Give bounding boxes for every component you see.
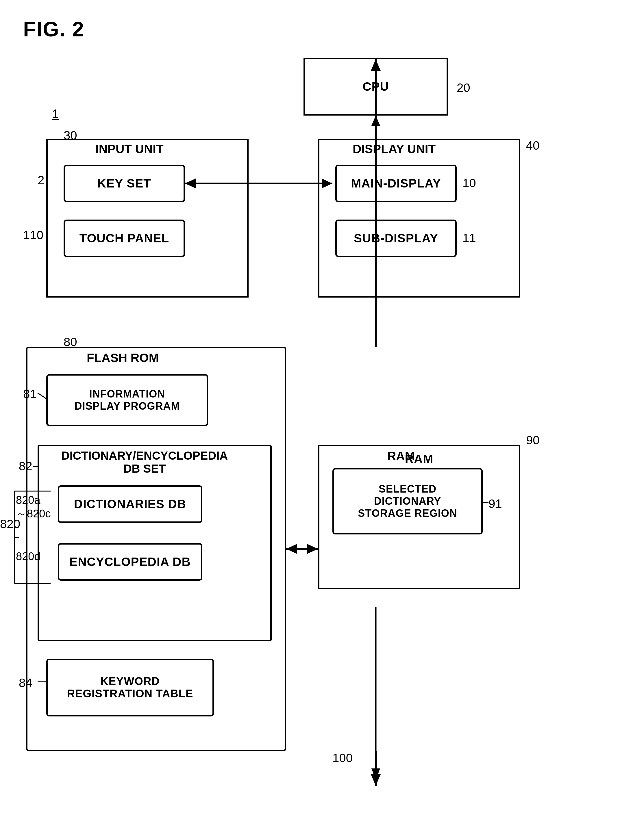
- infodisplay-box: INFORMATIONDISPLAY PROGRAM: [46, 374, 208, 426]
- keyword-box: KEYWORDREGISTRATION TABLE: [46, 659, 214, 717]
- cpu-box: CPU: [303, 58, 448, 115]
- svg-marker-26: [307, 544, 318, 554]
- svg-marker-8: [372, 768, 380, 780]
- keyset-label: KEY SET: [98, 176, 151, 190]
- subdisplay-box: SUB-DISPLAY: [335, 219, 457, 257]
- label-device-id: 1: [52, 107, 59, 121]
- keyset-box: KEY SET: [64, 165, 185, 202]
- label-820a: 820a～820c: [16, 494, 51, 521]
- encdb-box: ENCYCLOPEDIA DB: [58, 543, 202, 581]
- touchpanel-label: TOUCH PANEL: [80, 231, 169, 245]
- label-820: 820: [0, 517, 20, 531]
- seldictregion-box: SELECTEDDICTIONARYSTORAGE REGION: [332, 468, 483, 534]
- subdisplay-label: SUB-DISPLAY: [354, 231, 438, 245]
- label-keyset-id: 2: [38, 173, 44, 187]
- flashrom-label: FLASH ROM: [87, 351, 159, 365]
- svg-marker-10: [308, 544, 318, 553]
- label-infodisplay-id: 81: [23, 387, 37, 401]
- label-touchpanel-id: 110: [23, 228, 43, 242]
- maindisplay-label: MAIN-DISPLAY: [351, 176, 441, 190]
- dictdb-label: DICTIONARIES DB: [74, 497, 186, 511]
- svg-marker-27: [286, 544, 297, 554]
- touchpanel-box: TOUCH PANEL: [64, 219, 185, 257]
- dictdb-box: DICTIONARIES DB: [58, 485, 202, 523]
- encdb-label: ENCYCLOPEDIA DB: [69, 555, 191, 569]
- figure-label: FIG. 2: [23, 18, 84, 41]
- svg-marker-24: [371, 774, 381, 786]
- label-keyword-id: 84: [19, 676, 32, 690]
- label-seldictregion-id: 91: [489, 497, 502, 511]
- label-subdisplay-id: 11: [463, 231, 476, 245]
- label-ram-id: 90: [526, 434, 540, 447]
- label-flashrom-id: 80: [64, 335, 77, 349]
- label-820d: 820d: [16, 550, 40, 563]
- cpu-label: CPU: [362, 80, 389, 94]
- label-bus-id: 100: [332, 751, 352, 765]
- label-input-unit-id: 30: [64, 128, 77, 142]
- dictenc-label: DICTIONARY/ENCYCLOPEDIADB SET: [58, 449, 231, 475]
- label-maindisplay-id: 10: [463, 176, 476, 190]
- ram-text-label: RAM: [387, 449, 415, 463]
- diagram-container: FIG. 2: [0, 0, 644, 832]
- label-display-unit-id: 40: [526, 139, 540, 152]
- display-unit-box: [318, 139, 520, 298]
- label-dictenc-id: 82: [19, 459, 32, 473]
- maindisplay-box: MAIN-DISPLAY: [335, 165, 457, 202]
- keyword-label: KEYWORDREGISTRATION TABLE: [67, 675, 193, 700]
- display-unit-label: DISPLAY UNIT: [352, 142, 436, 156]
- label-cpu-id: 20: [457, 81, 470, 95]
- input-unit-label: INPUT UNIT: [95, 142, 163, 156]
- infodisplay-label: INFORMATIONDISPLAY PROGRAM: [74, 388, 180, 412]
- svg-marker-11: [286, 544, 296, 553]
- input-unit-box: [46, 139, 248, 298]
- svg-marker-2: [372, 115, 380, 126]
- seldictregion-label: SELECTEDDICTIONARYSTORAGE REGION: [358, 483, 457, 519]
